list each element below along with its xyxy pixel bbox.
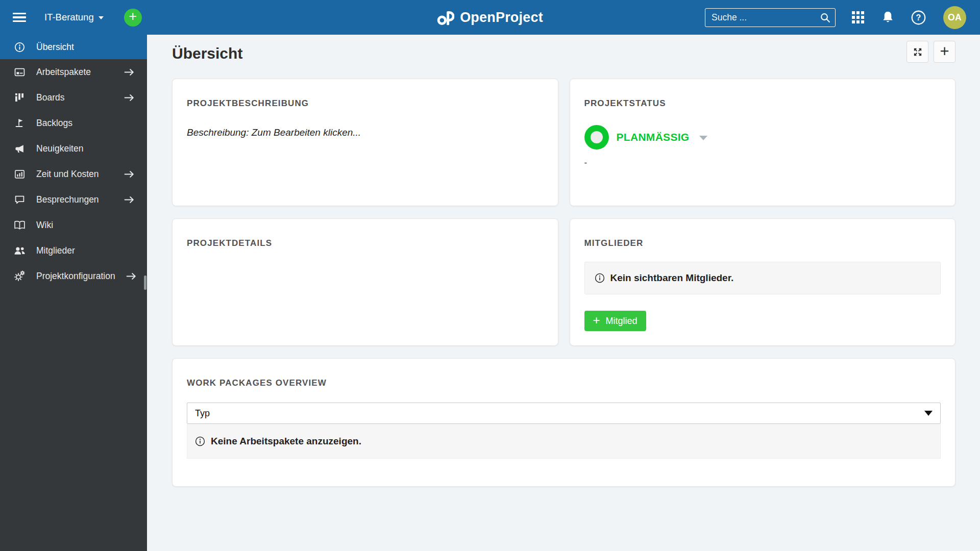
sidebar-item-label: Mitglieder (36, 245, 75, 256)
widget-title: PROJEKTDETAILS (187, 238, 544, 248)
submenu-arrow-icon[interactable] (124, 68, 135, 76)
add-member-button[interactable]: + Mitglied (584, 311, 646, 331)
sidebar-item-mitglieder[interactable]: Mitglieder (0, 238, 147, 263)
time-and-costs-icon (13, 169, 26, 180)
sidebar-item-arbeitspakete[interactable]: Arbeitspakete (0, 59, 147, 85)
work-packages-icon (13, 67, 26, 78)
logo-text: OpenProject (460, 10, 543, 26)
sidebar-resize-handle[interactable] (144, 276, 146, 290)
plus-icon: + (940, 43, 949, 59)
chevron-down-icon (99, 16, 104, 19)
widget-title: MITGLIEDER (584, 238, 941, 248)
modules-menu-button[interactable] (852, 11, 864, 23)
status-description[interactable]: - (584, 158, 941, 168)
project-sidebar: Übersicht Arbeitspakete (0, 35, 147, 551)
add-widget-button[interactable]: + (934, 41, 955, 63)
sidebar-item-besprechungen[interactable]: Besprechungen (0, 187, 147, 212)
page-header: Übersicht + (172, 35, 955, 79)
openproject-logo-icon (437, 10, 454, 25)
sidebar-item-label: Projektkonfiguration (36, 271, 115, 282)
open-book-icon (13, 220, 26, 230)
plus-icon: + (129, 10, 137, 23)
bell-icon (881, 11, 894, 24)
add-member-label: Mitglied (606, 316, 638, 327)
status-donut-icon (584, 125, 609, 149)
expand-icon (912, 46, 923, 58)
sidebar-item-label: Zeit und Kosten (36, 169, 99, 180)
widget-project-details: PROJEKTDETAILS (172, 218, 558, 346)
notifications-button[interactable] (881, 11, 894, 24)
submenu-arrow-icon[interactable] (126, 272, 137, 280)
sidebar-item-label: Arbeitspakete (36, 67, 91, 78)
sidebar-item-label: Wiki (36, 220, 53, 231)
search-icon[interactable] (820, 12, 830, 23)
sidebar-item-label: Übersicht (36, 42, 74, 53)
widget-title: PROJEKTBESCHREIBUNG (187, 98, 544, 109)
widget-title: PROJEKTSTATUS (584, 98, 941, 109)
sidebar-item-backlogs[interactable]: Backlogs (0, 110, 147, 136)
work-packages-empty-notice: Keine Arbeitspakete anzuzeigen. (187, 424, 941, 459)
info-icon (595, 273, 605, 283)
widget-title: WORK PACKAGES OVERVIEW (187, 378, 941, 388)
members-empty-notice: Kein sichtbaren Mitglieder. (584, 262, 941, 294)
widget-work-packages-overview: WORK PACKAGES OVERVIEW Typ Keine Arbeits… (172, 358, 955, 487)
page-toolbar: + (906, 41, 955, 63)
group-by-select[interactable]: Typ (187, 403, 941, 424)
page-title: Übersicht (172, 35, 955, 62)
sidebar-item-label: Neuigkeiten (36, 143, 83, 154)
openproject-logo[interactable]: OpenProject (437, 10, 543, 26)
global-add-button[interactable]: + (124, 9, 142, 27)
sidebar-item-zeit-und-kosten[interactable]: Zeit und Kosten (0, 161, 147, 187)
project-selector-label: IT-Beratung (44, 12, 94, 23)
fullscreen-button[interactable] (906, 41, 928, 63)
megaphone-icon (13, 143, 26, 154)
sidebar-item-label: Besprechungen (36, 194, 99, 205)
avatar-initials: OA (948, 12, 962, 23)
members-empty-text: Kein sichtbaren Mitglieder. (610, 272, 734, 284)
chevron-down-icon (699, 136, 707, 140)
info-icon (13, 42, 26, 53)
status-label: PLANMÄSSIG (617, 131, 690, 143)
sidebar-item-label: Boards (36, 92, 64, 103)
project-status-selector[interactable]: PLANMÄSSIG (584, 125, 941, 149)
global-search[interactable] (705, 8, 836, 27)
description-edit-placeholder[interactable]: Beschreibung: Zum Bearbeiten klicken... (187, 127, 544, 138)
submenu-arrow-icon[interactable] (124, 170, 135, 178)
speech-bubble-icon (13, 194, 26, 205)
sidebar-item-neuigkeiten[interactable]: Neuigkeiten (0, 136, 147, 161)
work-packages-empty-text: Keine Arbeitspakete anzuzeigen. (211, 436, 361, 447)
top-bar: IT-Beratung + OpenProject (0, 0, 980, 35)
plus-icon: + (593, 314, 600, 327)
sidebar-item-label: Backlogs (36, 118, 72, 129)
hamburger-menu-icon[interactable] (13, 13, 26, 22)
help-icon: ? (911, 10, 926, 25)
help-button[interactable]: ? (911, 10, 926, 25)
sidebar-item-wiki[interactable]: Wiki (0, 212, 147, 238)
project-selector[interactable]: IT-Beratung (44, 12, 104, 23)
widget-project-description: PROJEKTBESCHREIBUNG Beschreibung: Zum Be… (172, 79, 558, 206)
gears-icon (13, 270, 26, 282)
info-icon (195, 436, 205, 446)
grid-icon (852, 11, 864, 23)
topbar-actions: ? OA (705, 6, 966, 29)
widget-project-status: PROJEKTSTATUS PLANMÄSSIG - (570, 79, 956, 206)
search-input[interactable] (712, 12, 820, 23)
sidebar-item-boards[interactable]: Boards (0, 85, 147, 110)
user-avatar[interactable]: OA (943, 6, 966, 29)
backlogs-icon (13, 118, 26, 128)
boards-icon (13, 92, 26, 103)
svg-text:?: ? (916, 13, 921, 22)
group-by-value: Typ (195, 408, 210, 419)
select-arrow-icon (924, 411, 933, 416)
widget-grid: PROJEKTBESCHREIBUNG Beschreibung: Zum Be… (172, 79, 955, 487)
members-icon (13, 246, 26, 256)
sidebar-item-uebersicht[interactable]: Übersicht (0, 35, 147, 59)
sidebar-item-projektkonfiguration[interactable]: Projektkonfiguration (0, 263, 147, 289)
submenu-arrow-icon[interactable] (124, 196, 135, 204)
main-content: Übersicht + PROJEKTBESCHREIBUNG Beschrei… (147, 35, 980, 551)
widget-members: MITGLIEDER Kein sichtbaren Mitglieder. +… (570, 218, 956, 346)
submenu-arrow-icon[interactable] (124, 94, 135, 102)
